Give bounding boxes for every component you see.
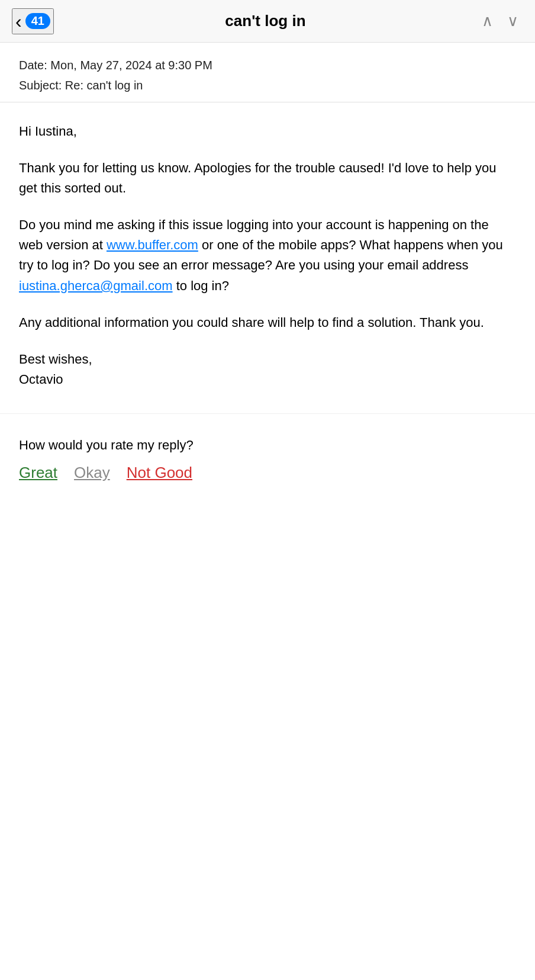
- paragraph-2-text-end: to log in?: [173, 278, 229, 293]
- nav-bar: ‹ 41 can't log in ∧ ∨: [0, 0, 535, 43]
- email-meta: Date: Mon, May 27, 2024 at 9:30 PM Subje…: [0, 43, 535, 102]
- email-subject: Subject: Re: can't log in: [19, 77, 516, 94]
- closing-line: Best wishes,: [19, 352, 92, 367]
- rating-buttons: Great Okay Not Good: [19, 464, 516, 482]
- back-arrow-icon: ‹: [15, 12, 22, 31]
- nav-right: ∧ ∨: [477, 9, 523, 33]
- okay-rating-button[interactable]: Okay: [74, 464, 110, 482]
- nav-left: ‹ 41: [12, 8, 54, 34]
- email-subject-title: can't log in: [54, 12, 477, 30]
- next-message-button[interactable]: ∨: [502, 9, 523, 33]
- rating-question-text: How would you rate my reply?: [19, 438, 516, 453]
- great-rating-button[interactable]: Great: [19, 464, 57, 482]
- greeting: Hi Iustina,: [19, 121, 516, 142]
- not-good-rating-button[interactable]: Not Good: [127, 464, 192, 482]
- sender-name: Octavio: [19, 372, 63, 387]
- previous-message-button[interactable]: ∧: [477, 9, 498, 33]
- paragraph-3: Any additional information you could sha…: [19, 313, 516, 333]
- back-button[interactable]: ‹ 41: [12, 8, 54, 34]
- message-count-badge: 41: [25, 13, 50, 29]
- paragraph-2: Do you mind me asking if this issue logg…: [19, 215, 516, 295]
- email-body: Hi Iustina, Thank you for letting us kno…: [0, 102, 535, 413]
- rating-section: How would you rate my reply? Great Okay …: [0, 413, 535, 512]
- closing-text: Best wishes, Octavio: [19, 349, 516, 390]
- email-date: Date: Mon, May 27, 2024 at 9:30 PM: [19, 57, 516, 73]
- paragraph-1: Thank you for letting us know. Apologies…: [19, 158, 516, 198]
- user-email-link[interactable]: iustina.gherca@gmail.com: [19, 278, 173, 293]
- buffer-website-link[interactable]: www.buffer.com: [107, 237, 198, 252]
